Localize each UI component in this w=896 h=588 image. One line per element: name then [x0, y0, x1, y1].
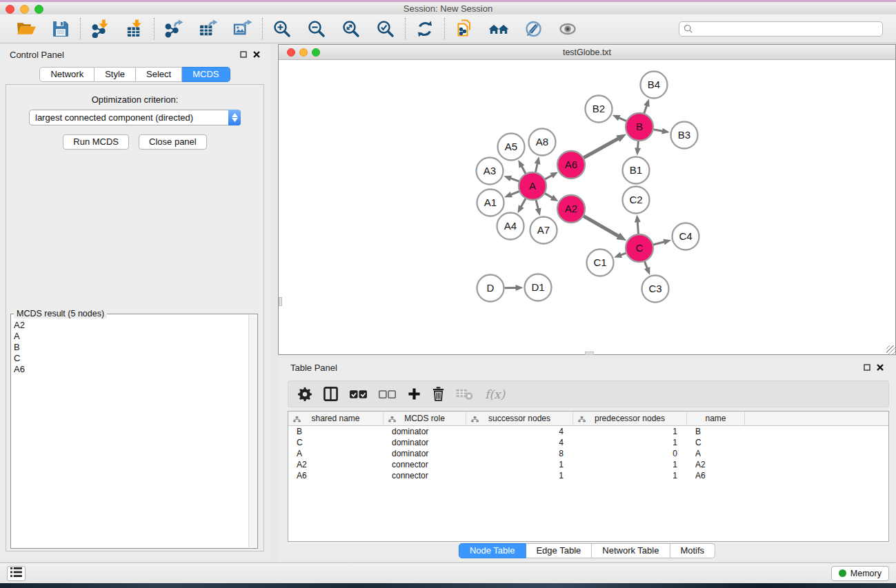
- graph-node-A3[interactable]: A3: [477, 158, 504, 185]
- column-header-predecessor-nodes[interactable]: predecessor nodes: [573, 412, 687, 425]
- graph-edge-B-B4[interactable]: [644, 105, 647, 114]
- float-panel-icon[interactable]: [240, 50, 247, 60]
- graph-edge-C-C2[interactable]: [637, 221, 638, 234]
- search-field[interactable]: [679, 21, 883, 37]
- select-all-icon[interactable]: [350, 389, 367, 399]
- zoom-in-icon[interactable]: [272, 19, 292, 39]
- zoom-window-button[interactable]: [34, 5, 43, 14]
- import-table-icon[interactable]: [124, 19, 145, 39]
- column-header-name[interactable]: name: [687, 412, 745, 425]
- add-entry-icon[interactable]: [408, 387, 421, 401]
- network-close-button[interactable]: [287, 48, 295, 57]
- network-minimize-button[interactable]: [299, 48, 308, 57]
- table-row[interactable]: Cdominator41C: [288, 437, 888, 448]
- graph-edge-A-A5[interactable]: [521, 165, 526, 174]
- pane-divider-grip-vertical[interactable]: [279, 297, 282, 306]
- graph-node-B4[interactable]: B4: [641, 72, 668, 99]
- graph-edge-A-A8[interactable]: [535, 163, 537, 172]
- open-session-icon[interactable]: [16, 19, 37, 39]
- result-item[interactable]: A2: [14, 320, 248, 331]
- table-row[interactable]: Adominator80A: [288, 448, 888, 459]
- hide-selected-icon[interactable]: [523, 19, 544, 39]
- table-row[interactable]: Bdominator41B: [288, 426, 888, 437]
- result-item[interactable]: C: [14, 353, 248, 364]
- export-table-icon[interactable]: [198, 19, 219, 39]
- graph-node-B[interactable]: B: [626, 113, 653, 141]
- graph-node-C3[interactable]: C3: [642, 276, 669, 303]
- close-table-panel-icon[interactable]: [877, 363, 884, 373]
- graph-edge-A6-B[interactable]: [584, 138, 619, 158]
- graph-node-C1[interactable]: C1: [587, 250, 614, 276]
- save-session-icon[interactable]: [50, 19, 71, 39]
- tab-node-table[interactable]: Node Table: [459, 543, 526, 558]
- graph-node-B2[interactable]: B2: [586, 96, 613, 123]
- mcds-result-list[interactable]: A2ABCA6: [14, 320, 248, 547]
- network-window-titlebar[interactable]: testGlobe.txt: [279, 45, 895, 60]
- close-window-button[interactable]: [6, 5, 14, 14]
- column-header-MCDS-role[interactable]: MCDS role: [384, 412, 466, 425]
- graph-edge-C-C4[interactable]: [653, 242, 666, 245]
- column-header-successor-nodes[interactable]: successor nodes: [466, 412, 573, 425]
- graph-node-C2[interactable]: C2: [623, 187, 650, 214]
- zoom-fit-icon[interactable]: [341, 19, 361, 39]
- search-input[interactable]: [696, 24, 878, 34]
- graph-node-D[interactable]: D: [477, 275, 504, 302]
- deselect-all-icon[interactable]: [379, 389, 396, 399]
- window-resize-handle[interactable]: [886, 345, 895, 354]
- table-row[interactable]: A6connector11A6: [288, 470, 888, 481]
- column-header-shared-name[interactable]: shared name: [288, 412, 384, 425]
- tab-style[interactable]: Style: [94, 67, 136, 82]
- graph-edge-A-A7[interactable]: [536, 200, 539, 210]
- result-item[interactable]: B: [14, 342, 248, 353]
- graph-edge-B-B2[interactable]: [618, 117, 626, 121]
- table-settings-icon[interactable]: [298, 387, 312, 401]
- tab-motifs[interactable]: Motifs: [670, 543, 715, 558]
- delete-entry-icon[interactable]: [432, 387, 444, 401]
- graph-node-A1[interactable]: A1: [477, 190, 504, 216]
- refresh-layout-icon[interactable]: [415, 19, 435, 39]
- graph-edge-A-A2[interactable]: [545, 193, 553, 198]
- window-titlebar[interactable]: Session: New Session: [0, 2, 896, 14]
- graph-node-C4[interactable]: C4: [673, 223, 699, 250]
- network-from-selection-icon[interactable]: [454, 19, 475, 39]
- criterion-select[interactable]: largest connected component (directed): [29, 110, 241, 125]
- run-mcds-button[interactable]: Run MCDS: [63, 134, 129, 150]
- minimize-window-button[interactable]: [20, 5, 29, 14]
- import-network-icon[interactable]: [90, 19, 110, 39]
- result-item[interactable]: A6: [14, 364, 248, 375]
- memory-button[interactable]: Memory: [831, 566, 889, 581]
- result-scrollbar[interactable]: [248, 315, 257, 547]
- graph-node-C[interactable]: C: [626, 234, 653, 262]
- close-panel-button[interactable]: Close panel: [139, 134, 207, 150]
- network-zoom-button[interactable]: [312, 48, 320, 57]
- export-network-icon[interactable]: [163, 19, 184, 39]
- graph-node-A8[interactable]: A8: [529, 129, 556, 156]
- task-history-button[interactable]: [7, 566, 26, 581]
- graph-node-A[interactable]: A: [519, 172, 546, 200]
- tab-select[interactable]: Select: [136, 67, 182, 82]
- first-neighbors-icon[interactable]: [488, 19, 509, 39]
- graph-node-D1[interactable]: D1: [525, 274, 552, 301]
- tab-edge-table[interactable]: Edge Table: [526, 543, 592, 558]
- network-canvas[interactable]: B4B2BB3A5A8A6A3B1AA1C2A2A4A7C4CC1C3DD1: [279, 61, 895, 354]
- graph-node-A7[interactable]: A7: [530, 217, 557, 244]
- result-item[interactable]: A: [14, 331, 248, 342]
- show-all-icon[interactable]: [557, 19, 578, 39]
- graph-edge-A-A3[interactable]: [510, 178, 519, 181]
- tab-network-table[interactable]: Network Table: [592, 543, 670, 558]
- table-row[interactable]: A2connector11A2: [288, 459, 888, 470]
- float-table-panel-icon[interactable]: [864, 363, 870, 373]
- zoom-out-icon[interactable]: [306, 19, 327, 39]
- graph-node-A4[interactable]: A4: [497, 213, 524, 240]
- graph-edge-B-B3[interactable]: [653, 130, 664, 132]
- show-columns-icon[interactable]: [323, 387, 338, 401]
- graph-edge-A2-C[interactable]: [584, 216, 619, 236]
- pane-divider-grip-horizontal[interactable]: [585, 352, 594, 355]
- tab-mcds[interactable]: MCDS: [182, 67, 230, 82]
- tab-network[interactable]: Network: [39, 67, 94, 82]
- zoom-selected-icon[interactable]: [375, 19, 396, 39]
- graph-node-B1[interactable]: B1: [623, 157, 650, 184]
- graph-edge-A-A4[interactable]: [521, 199, 526, 207]
- graph-node-A5[interactable]: A5: [498, 134, 525, 161]
- graph-node-B3[interactable]: B3: [671, 122, 698, 149]
